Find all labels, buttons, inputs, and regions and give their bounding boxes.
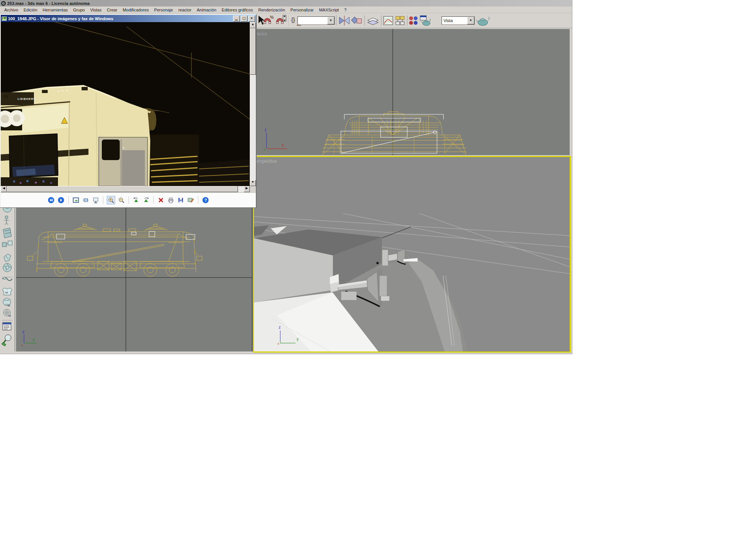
menu-renderizacion[interactable]: Renderización bbox=[255, 8, 288, 12]
photo-view: LIEBHERR bbox=[1, 22, 250, 186]
photo-vscroll-up-button[interactable]: ▲ bbox=[250, 22, 256, 28]
delete-icon[interactable] bbox=[157, 196, 165, 204]
svg-text:?: ? bbox=[204, 198, 207, 202]
side-axis-x-label: x bbox=[21, 343, 23, 347]
menu-editores-graficos[interactable]: Editores gráficos bbox=[219, 8, 255, 12]
viewer-title: 100_1948.JPG - Visor de imágenes y fax d… bbox=[7, 16, 233, 21]
viewer-titlebar: 100_1948.JPG - Visor de imágenes y fax d… bbox=[1, 15, 256, 22]
menu-vistas[interactable]: Vistas bbox=[87, 8, 104, 12]
snap-spinner-icon[interactable] bbox=[276, 15, 286, 24]
photo-brand-text: LIEBHERR bbox=[18, 97, 36, 101]
svg-text:M: M bbox=[8, 314, 11, 318]
viewer-toolbar: ? bbox=[1, 193, 256, 207]
perspective-axis-z-label: z bbox=[279, 325, 281, 329]
reactor-rope-icon[interactable] bbox=[2, 277, 12, 281]
perspective-axis-x-label: x bbox=[278, 342, 279, 345]
menu-personaje[interactable]: Personaje bbox=[151, 8, 176, 12]
reactor-rope-modifier-icon[interactable]: M bbox=[3, 309, 11, 318]
view-combo[interactable]: Vista ▼ bbox=[442, 16, 475, 25]
viewer-minimize-button[interactable]: ▁ bbox=[233, 16, 240, 22]
reactor-analyze-world-icon[interactable] bbox=[2, 335, 11, 346]
menu-reactor[interactable]: reactor bbox=[176, 8, 194, 12]
rotate-clockwise-icon[interactable] bbox=[142, 196, 150, 204]
svg-text:{}: {} bbox=[291, 17, 295, 23]
front-axis-y-label: y bbox=[264, 148, 265, 151]
perspective-axis-y-label: y bbox=[297, 337, 299, 341]
reactor-deforming-mesh-icon[interactable] bbox=[4, 254, 11, 262]
photo-canvas: LIEBHERR bbox=[1, 22, 250, 186]
reactor-softbody-modifier-icon[interactable]: M bbox=[3, 298, 11, 307]
view-combo-dropdown-arrow[interactable]: ▼ bbox=[467, 17, 474, 24]
front-axis-tripod: z x y bbox=[264, 128, 287, 151]
quick-render-icon[interactable] bbox=[475, 15, 492, 27]
reactor-constraint-icon[interactable] bbox=[2, 241, 12, 247]
photo-cab-door bbox=[98, 136, 148, 186]
photo-vscroll-thumb[interactable] bbox=[250, 28, 256, 75]
photo-hscroll-thumb[interactable] bbox=[7, 186, 238, 192]
menu-personalizar[interactable]: Personalizar bbox=[288, 8, 316, 12]
menu-herramientas[interactable]: Herramientas bbox=[40, 8, 71, 12]
menu-grupo[interactable]: Grupo bbox=[71, 8, 88, 12]
align-icon[interactable] bbox=[352, 17, 361, 24]
save-icon[interactable] bbox=[177, 196, 185, 204]
previous-image-icon[interactable] bbox=[47, 196, 55, 204]
viewport-perspective[interactable]: z y x bbox=[253, 156, 571, 353]
svg-text:M: M bbox=[5, 291, 8, 294]
slideshow-icon[interactable] bbox=[92, 196, 100, 204]
zoom-out-icon[interactable] bbox=[117, 196, 125, 204]
schematic-view-icon[interactable] bbox=[396, 16, 404, 25]
print-icon[interactable] bbox=[167, 196, 175, 204]
mirror-icon[interactable] bbox=[339, 16, 349, 26]
app-title: 253.max - 3ds max 6 - Licencia autónoma bbox=[7, 1, 90, 6]
next-image-icon[interactable] bbox=[57, 196, 65, 204]
rotate-counterclockwise-icon[interactable] bbox=[132, 196, 140, 204]
material-editor-icon[interactable] bbox=[409, 16, 418, 25]
reactor-cloth-collection-icon[interactable] bbox=[3, 228, 11, 238]
viewer-window: 100_1948.JPG - Visor de imágenes y fax d… bbox=[0, 14, 257, 208]
viewport-front[interactable]: z x y bbox=[254, 29, 570, 155]
curve-editor-icon[interactable] bbox=[384, 16, 393, 25]
photo-hscroll-right-button[interactable]: ▶ bbox=[244, 186, 250, 192]
viewport-perspective-canvas: z y x bbox=[254, 157, 570, 351]
menu-modificadores[interactable]: Modificadores bbox=[120, 8, 151, 12]
svg-text:%: % bbox=[270, 15, 274, 19]
svg-text:M: M bbox=[8, 304, 10, 307]
menu-edicion[interactable]: Edición bbox=[21, 8, 40, 12]
best-fit-icon[interactable] bbox=[72, 196, 80, 204]
zoom-in-icon[interactable] bbox=[107, 196, 115, 204]
menu-maxscript[interactable]: MAXScript bbox=[316, 8, 342, 12]
side-axis-z-label: z bbox=[22, 330, 24, 334]
reactor-cloth-modifier-icon[interactable]: M bbox=[2, 288, 12, 295]
photo-vscroll-down-button[interactable]: ▼ bbox=[250, 180, 256, 186]
viewport-front-canvas: z x y bbox=[254, 29, 570, 155]
menu-animacion[interactable]: Animación bbox=[194, 8, 219, 12]
menu-bar: Archivo Edición Herramientas Grupo Vista… bbox=[0, 6, 572, 13]
screen: { "app_window": { "title": "253.max - 3d… bbox=[0, 0, 747, 560]
side-axis-y-label: y bbox=[33, 337, 35, 342]
edit-icon[interactable] bbox=[187, 196, 194, 204]
reactor-ragdoll-icon[interactable] bbox=[4, 216, 9, 225]
side-axis-tripod: z y x bbox=[21, 330, 37, 347]
viewer-maximize-button[interactable]: ▢ bbox=[241, 16, 247, 22]
render-scene-icon[interactable] bbox=[420, 16, 431, 26]
app-icon: G bbox=[1, 1, 6, 6]
snap-percent-icon[interactable]: % bbox=[264, 15, 274, 24]
menu-crear[interactable]: Crear bbox=[104, 8, 120, 12]
viewer-window-icon bbox=[2, 16, 7, 21]
actual-size-icon[interactable] bbox=[82, 196, 90, 204]
photo-hscroll-left-button[interactable]: ◀ bbox=[1, 186, 7, 192]
named-selection-dropdown-arrow[interactable]: ▼ bbox=[327, 17, 334, 24]
viewer-close-button[interactable]: ✕ bbox=[248, 16, 255, 22]
help-icon[interactable]: ? bbox=[202, 196, 209, 204]
menu-archivo[interactable]: Archivo bbox=[2, 8, 21, 12]
app-titlebar: G 253.max - 3ds max 6 - Licencia autónom… bbox=[0, 0, 572, 6]
front-axis-x-label: x bbox=[282, 143, 284, 147]
reactor-property-editor-icon[interactable] bbox=[3, 323, 11, 330]
menu-help[interactable]: ? bbox=[342, 8, 349, 12]
reactor-motor-icon[interactable] bbox=[3, 263, 11, 272]
scrollbar-corner bbox=[250, 186, 256, 192]
view-combo-value: Vista bbox=[442, 18, 467, 23]
named-selection-combo[interactable]: ▼ bbox=[297, 16, 335, 25]
layer-manager-icon[interactable] bbox=[368, 18, 378, 25]
front-axis-z-label: z bbox=[265, 128, 267, 132]
